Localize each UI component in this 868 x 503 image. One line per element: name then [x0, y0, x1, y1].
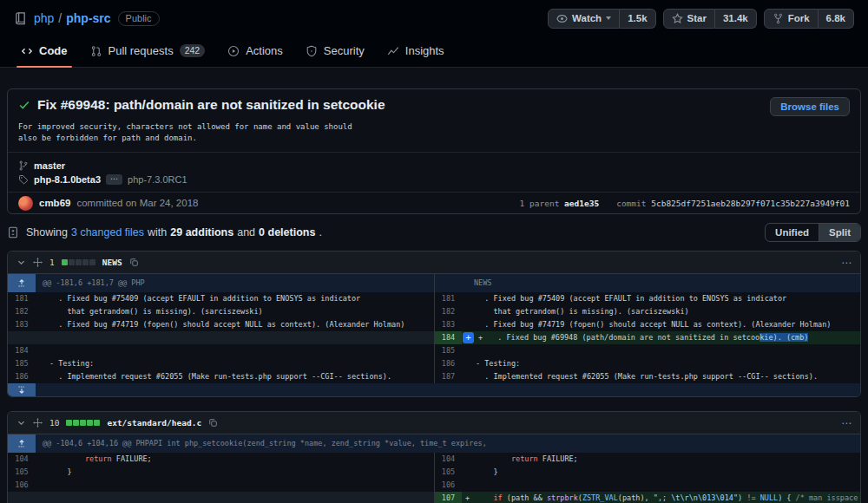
- fork-button-group: Fork 6.8k: [764, 9, 854, 29]
- commit-sha: 5cb825df7251aeb28b297f071c35b227a3949f01: [651, 199, 850, 208]
- play-circle-icon: [227, 45, 240, 57]
- code-segment: that getrandom() is missing). (sarciszew…: [476, 307, 689, 316]
- tag-secondary[interactable]: php-7.3.0RC1: [128, 174, 187, 185]
- check-icon: [18, 99, 30, 111]
- parent-info: 1 parent aed1e35: [520, 199, 600, 208]
- star-button[interactable]: Star: [663, 9, 715, 29]
- code-segment: (path &&: [503, 493, 547, 502]
- diff-row: @@ -181,6 +181,7 @@ PHPNEWS: [8, 274, 860, 292]
- diff-row: 186 . Implemented request #62055 (Make r…: [8, 370, 860, 383]
- file-header: 10 ext/standard/head.c ⋯: [8, 412, 860, 434]
- diff-marker: [465, 466, 476, 479]
- tab-insights[interactable]: Insights: [380, 38, 451, 67]
- star-label: Star: [687, 13, 707, 23]
- caret-down-icon[interactable]: [606, 16, 611, 20]
- tag-primary[interactable]: php-8.1.0beta3: [34, 174, 101, 185]
- summary-and: and: [237, 226, 255, 238]
- watch-button[interactable]: Watch: [548, 9, 620, 29]
- repo-owner-link[interactable]: php: [34, 11, 54, 25]
- pull-request-icon: [90, 45, 102, 57]
- line-number: 183: [434, 318, 462, 331]
- summary-period: .: [319, 226, 321, 238]
- line-number: 183: [8, 318, 36, 331]
- diffstat-square: [73, 420, 79, 426]
- diff-marker: [465, 357, 476, 370]
- expand-down-button[interactable]: [8, 383, 36, 396]
- star-count[interactable]: 31.4k: [715, 9, 757, 29]
- tab-code[interactable]: Code: [14, 38, 75, 67]
- repo-nav: Code Pull requests 242 Actions Security: [14, 38, 854, 67]
- star-button-group: Star 31.4k: [663, 9, 757, 29]
- tab-security-label: Security: [324, 44, 365, 57]
- chevron-down-icon[interactable]: [16, 258, 26, 267]
- code-line: [36, 492, 434, 503]
- unified-view-button[interactable]: Unified: [766, 224, 819, 241]
- pull-requests-counter: 242: [180, 44, 206, 57]
- code-segment: FAILURE;: [538, 454, 578, 463]
- copy-icon[interactable]: [129, 258, 139, 267]
- visibility-badge: Public: [118, 11, 160, 26]
- diff-row: 105 }105 }: [8, 466, 860, 479]
- commit-title: Fix #69948: path/domain are not sanitize…: [37, 97, 385, 113]
- code-line: . Fixed bug #74719 (fopen() should accep…: [36, 318, 434, 331]
- code-segment: . Fixed bug #74719 (fopen() should accep…: [49, 320, 404, 329]
- kebab-menu-icon[interactable]: ⋯: [841, 257, 852, 269]
- add-comment-button[interactable]: +: [463, 332, 474, 343]
- eye-icon: [556, 13, 568, 24]
- code-line: that getrandom() is missing). (sarciszew…: [36, 305, 434, 318]
- code-line: . Fixed bug #75409 (accept EFAULT in add…: [462, 292, 860, 305]
- diffstat-squares: [62, 259, 95, 265]
- split-view-button[interactable]: Split: [819, 224, 860, 241]
- parent-sha-link[interactable]: aed1e35: [564, 199, 599, 208]
- tab-security[interactable]: Security: [299, 38, 372, 67]
- code-segment: }: [476, 467, 498, 476]
- fork-button[interactable]: Fork: [764, 9, 819, 29]
- graph-icon: [387, 45, 399, 57]
- code-line: . Implemented request #62055 (Make run-t…: [36, 370, 434, 383]
- line-number: 184: [434, 331, 462, 344]
- copy-icon[interactable]: [208, 418, 218, 428]
- code-line: . Implemented request #62055 (Make run-t…: [462, 370, 860, 383]
- fork-count[interactable]: 6.8k: [819, 9, 854, 29]
- expand-up-button[interactable]: [8, 434, 36, 453]
- branch-name[interactable]: master: [34, 160, 65, 171]
- tab-pull-requests[interactable]: Pull requests 242: [83, 38, 213, 67]
- code-segment: ZSTR_VAL: [582, 493, 618, 502]
- additions-count: 29 additions: [170, 226, 233, 238]
- kebab-menu-icon[interactable]: ⋯: [841, 417, 852, 429]
- line-number: 185: [434, 344, 462, 357]
- author-link[interactable]: cmb69: [39, 198, 70, 208]
- diff-marker: +: [465, 492, 476, 503]
- drag-handle-icon[interactable]: [33, 258, 43, 267]
- deletions-count: 0 deletions: [259, 226, 315, 238]
- code-segment: . Fixed bug #69948 (path/domain are not …: [489, 333, 760, 342]
- code-segment: ): [738, 493, 746, 502]
- code-line: [36, 344, 434, 357]
- diff-table: @@ -104,6 +104,16 @@ PHPAPI int php_setc…: [8, 434, 860, 503]
- changed-files-link[interactable]: 3 changed files: [71, 226, 144, 238]
- line-number: 105: [8, 466, 36, 479]
- tag-more-button[interactable]: ⋯: [106, 174, 122, 185]
- code-segment: ",; \t\r\n\013\014": [654, 493, 738, 502]
- branch-row: master: [18, 159, 850, 173]
- expand-up-button[interactable]: [8, 274, 36, 292]
- commit-box: Fix #69948: path/domain are not sanitize…: [7, 88, 861, 214]
- code-segment: - Testing:: [476, 359, 520, 368]
- diffstat-square: [87, 420, 93, 426]
- drag-handle-icon[interactable]: [33, 418, 43, 428]
- tab-actions[interactable]: Actions: [220, 38, 290, 67]
- chevron-down-icon[interactable]: [16, 418, 26, 428]
- browse-files-button[interactable]: Browse files: [770, 97, 850, 116]
- avatar[interactable]: [18, 196, 33, 211]
- code-line: + if (path && strpbrk(ZSTR_VAL(path), ",…: [462, 492, 860, 503]
- repo-name-link[interactable]: php-src: [66, 11, 110, 25]
- code-line: . Fixed bug #74719 (fopen() should accep…: [462, 318, 860, 331]
- line-number: 181: [8, 292, 36, 305]
- diffstat-squares: [66, 420, 100, 426]
- code-segment: - Testing:: [49, 359, 94, 368]
- diff-row: 104 return FAILURE;104 return FAILURE;: [8, 453, 860, 466]
- watch-count[interactable]: 1.5k: [620, 9, 655, 29]
- diffstat-count: 10: [49, 418, 59, 428]
- line-number: 186: [434, 357, 462, 370]
- file-path: ext/standard/head.c: [107, 418, 201, 428]
